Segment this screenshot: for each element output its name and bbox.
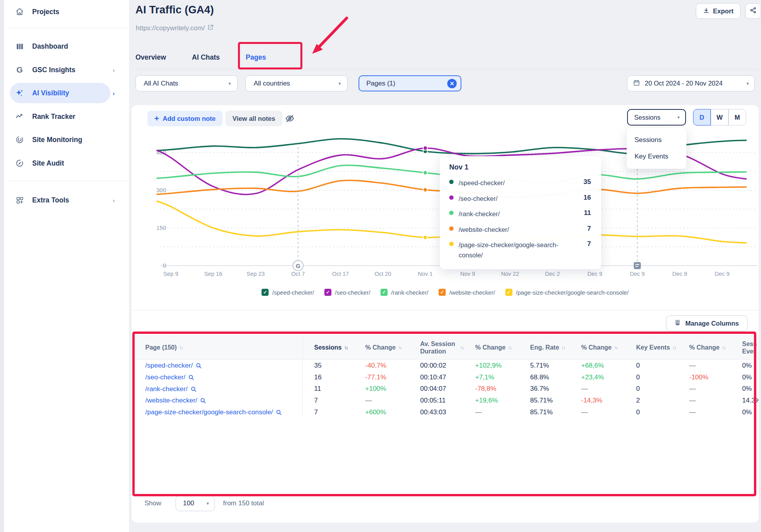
- metric-cell: 00:00:02: [408, 362, 463, 370]
- column-header[interactable]: % Change↑↓: [463, 344, 518, 351]
- sort-icon[interactable]: ↑↓: [398, 345, 401, 351]
- page-link[interactable]: /speed-checker/: [145, 362, 202, 369]
- sort-icon[interactable]: ↑↓: [614, 345, 617, 351]
- sidebar-item-projects[interactable]: Projects: [4, 2, 130, 22]
- column-header[interactable]: % Change↑↓: [677, 344, 730, 351]
- page-link[interactable]: /rank-checker/: [145, 385, 197, 393]
- tooltip-row: /website-checker/7: [449, 222, 591, 238]
- sort-icon[interactable]: ↑↓: [562, 345, 565, 351]
- tab-underline: [135, 69, 758, 69]
- legend-checkbox[interactable]: ✓: [324, 289, 331, 296]
- tooltip-row: /seo-checker/16: [449, 191, 591, 207]
- sort-icon[interactable]: ↑↓: [460, 345, 464, 351]
- legend-item[interactable]: ✓/rank-checker/: [380, 289, 428, 296]
- sparkles-icon: [15, 88, 24, 98]
- search-icon[interactable]: [188, 385, 197, 393]
- tab-pages[interactable]: Pages: [246, 50, 266, 68]
- menu-item-sessions[interactable]: Sessions: [627, 132, 686, 148]
- legend-item[interactable]: ✓/page-size-checker/google-search-consol…: [505, 289, 629, 296]
- metric-cell: —: [677, 397, 730, 404]
- legend-checkbox[interactable]: ✓: [380, 289, 388, 296]
- granularity-week-button[interactable]: W: [711, 109, 728, 126]
- sort-icon[interactable]: ↑↓: [722, 345, 725, 351]
- legend-label: /rank-checker/: [391, 289, 428, 296]
- x-tick-label: Dec 2: [545, 271, 560, 277]
- sidebar-item-label: Dashboard: [32, 42, 68, 51]
- sidebar-item-rank-tracker[interactable]: Rank Tracker: [4, 106, 130, 127]
- legend-item[interactable]: ✓/website-checker/: [439, 289, 495, 296]
- annotation-arrow: [302, 13, 355, 62]
- metric-cell: 36.7%: [518, 385, 569, 393]
- page-link[interactable]: /seo-checker/: [145, 373, 194, 381]
- export-button[interactable]: Export: [696, 3, 741, 19]
- column-header[interactable]: Key Events↑↓: [624, 344, 677, 351]
- search-icon[interactable]: [193, 362, 202, 369]
- add-custom-note-button[interactable]: + Add custom note: [147, 111, 223, 126]
- metric-select[interactable]: Sessions: [627, 109, 686, 126]
- sidebar-item-extra-tools[interactable]: Extra Tools ›: [4, 190, 130, 210]
- metric-cell: 00:43:03: [408, 408, 463, 416]
- tab-bar: Overview AI Chats Pages: [135, 50, 266, 68]
- tab-overview[interactable]: Overview: [135, 50, 166, 68]
- manage-columns-button[interactable]: Manage Columns: [666, 315, 748, 331]
- sidebar-item-site-audit[interactable]: Site Audit: [4, 153, 130, 173]
- column-header[interactable]: Sessions↑↓: [302, 344, 353, 351]
- sort-icon[interactable]: ↑↓: [508, 345, 511, 351]
- legend-item[interactable]: ✓/seo-checker/: [324, 289, 370, 296]
- page-link[interactable]: /page-size-checker/google-search-console…: [145, 408, 282, 416]
- site-audit-icon: [15, 159, 24, 168]
- date-range-picker[interactable]: 20 Oct 2024 - 20 Nov 2024: [627, 75, 755, 91]
- sidebar-item-dashboard[interactable]: Dashboard: [4, 36, 130, 56]
- legend-checkbox[interactable]: ✓: [505, 289, 512, 296]
- page-size-select[interactable]: 100: [176, 496, 215, 511]
- data-point-dot: [423, 188, 428, 192]
- sort-icon[interactable]: ↑↓: [179, 345, 183, 351]
- menu-item-key-events[interactable]: Key Events: [627, 148, 686, 165]
- legend-checkbox[interactable]: ✓: [262, 289, 269, 296]
- ai-chats-filter-select[interactable]: All AI Chats: [135, 75, 238, 91]
- granularity-day-button[interactable]: D: [693, 109, 711, 126]
- pages-filter-chip[interactable]: Pages (1) ✕: [359, 75, 461, 91]
- legend-label: /seo-checker/: [335, 289, 370, 296]
- column-header[interactable]: Av. Session Duration↑↓: [408, 340, 463, 355]
- column-header-label: Sessions: [314, 344, 342, 351]
- close-icon[interactable]: ✕: [447, 79, 457, 88]
- sidebar-item-site-monitoring[interactable]: Site Monitoring: [4, 129, 130, 150]
- total-label: from 150 total: [223, 499, 264, 507]
- collapsed-panel-edge: [0, 0, 4, 532]
- legend-checkbox[interactable]: ✓: [439, 289, 446, 296]
- column-header[interactable]: % Change↑↓: [353, 344, 408, 351]
- sidebar-item-ai-visibility[interactable]: AI Visibility ›: [4, 83, 130, 103]
- metric-cell: 0%: [730, 385, 759, 393]
- metric-cell: 0%: [730, 362, 759, 370]
- column-header[interactable]: % Change↑↓: [569, 344, 624, 351]
- legend-item[interactable]: ✓/speed-checker/: [262, 289, 314, 296]
- search-icon[interactable]: [185, 373, 194, 381]
- sidebar-item-gsc-insights[interactable]: G GSC Insights ›: [4, 60, 130, 80]
- countries-filter-select[interactable]: All countries: [245, 75, 348, 91]
- hide-notes-eye-off-icon[interactable]: [284, 113, 296, 124]
- table-row: /page-size-checker/google-search-console…: [132, 406, 759, 418]
- search-icon[interactable]: [273, 408, 282, 416]
- column-header[interactable]: Page (150)↑↓: [132, 344, 302, 351]
- column-header[interactable]: Eng. Rate↑↓: [518, 344, 569, 351]
- metric-cell: -14,3%: [569, 397, 624, 404]
- series-dot: [449, 211, 454, 215]
- metric-cell: 0%: [730, 373, 759, 381]
- search-icon[interactable]: [197, 397, 206, 404]
- sort-icon[interactable]: ↑↓: [672, 345, 676, 351]
- site-url[interactable]: https://copywritely.com/: [136, 24, 214, 32]
- chevron-down-icon: [207, 501, 209, 506]
- legend-label: /page-size-checker/google-search-console…: [516, 289, 629, 296]
- column-header[interactable]: Sess Ever: [730, 340, 759, 355]
- sort-icon[interactable]: ↑↓: [344, 345, 348, 351]
- metric-cell: -78,8%: [463, 385, 518, 393]
- show-label: Show: [145, 499, 161, 507]
- granularity-month-button[interactable]: M: [728, 109, 746, 126]
- tooltip-series-value: 11: [584, 209, 591, 217]
- tab-ai-chats[interactable]: AI Chats: [192, 50, 220, 68]
- view-all-notes-button[interactable]: View all notes: [225, 111, 282, 126]
- share-button[interactable]: [745, 3, 761, 19]
- y-tick-label: 0: [163, 262, 166, 269]
- page-link[interactable]: /website-checker/: [145, 397, 206, 404]
